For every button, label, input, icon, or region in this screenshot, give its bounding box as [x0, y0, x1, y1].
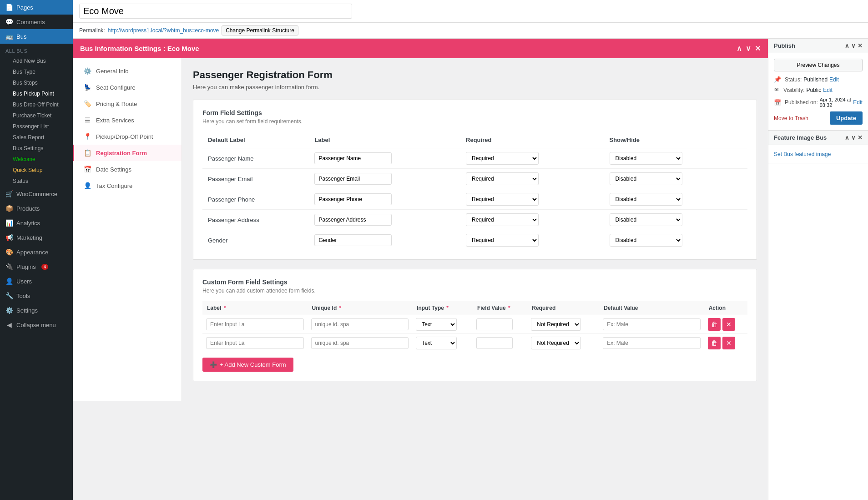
- feature-image-header: Feature Image Bus ∧ ∨ ✕: [768, 131, 868, 145]
- published-edit-link[interactable]: Edit: [853, 99, 863, 106]
- default-label-cell: Passenger Email: [202, 169, 309, 189]
- label-input-1[interactable]: [314, 173, 392, 185]
- custom-input-type-select-0[interactable]: TextNumberEmailSelectTextarea: [416, 318, 457, 331]
- custom-input-type-select-1[interactable]: TextNumberEmailSelectTextarea: [416, 337, 457, 349]
- show-hide-select-2[interactable]: DisabledEnabled: [610, 193, 682, 206]
- change-permalink-btn[interactable]: Change Permalink Structure: [222, 25, 298, 35]
- show-hide-select-0[interactable]: DisabledEnabled: [610, 152, 682, 165]
- add-new-custom-form-btn[interactable]: ➕ + Add New Custom Form: [202, 358, 293, 372]
- label-input-2[interactable]: [314, 193, 392, 205]
- sidebar-sub-quick-setup[interactable]: Quick Setup: [0, 165, 73, 176]
- label-input-4[interactable]: [314, 234, 392, 246]
- pricing-route-icon: 🏷️: [83, 100, 91, 107]
- custom-field-value-input-0[interactable]: [476, 318, 513, 330]
- comments-icon: 💬: [5, 18, 13, 25]
- required-select-4[interactable]: RequiredNot Required: [466, 234, 539, 247]
- nav-tax-configure[interactable]: 👤 Tax Configure: [73, 177, 182, 194]
- sidebar-sub-status[interactable]: Status: [0, 176, 73, 187]
- bus-section: Bus Information Settings : Eco Move ∧ ∨ …: [73, 39, 768, 500]
- col-required: Required: [460, 132, 604, 148]
- status-edit-link[interactable]: Edit: [829, 76, 839, 83]
- delete-row-btn-0[interactable]: 🗑: [708, 318, 721, 331]
- custom-required-select-1[interactable]: Not RequiredRequired: [531, 337, 581, 349]
- action-btns-0: 🗑 ✕: [708, 318, 744, 331]
- label-input-3[interactable]: [314, 214, 392, 226]
- nav-pickup-dropoff[interactable]: 📍 Pickup/Drop-Off Point: [73, 128, 182, 145]
- visibility-edit-link[interactable]: Edit: [823, 87, 833, 93]
- required-select-0[interactable]: RequiredNot Required: [466, 152, 539, 165]
- sidebar-sub-bus-type[interactable]: Bus Type: [0, 66, 73, 77]
- nav-registration-form[interactable]: 📋 Registration Form: [73, 145, 182, 161]
- nav-extra-services[interactable]: ☰ Extra Services: [73, 112, 182, 128]
- nav-pricing-route[interactable]: 🏷️ Pricing & Route: [73, 96, 182, 112]
- collapse-up-icon[interactable]: ∧: [737, 44, 742, 53]
- required-select-3[interactable]: RequiredNot Required: [466, 213, 539, 226]
- page-title-input[interactable]: [79, 4, 352, 19]
- sidebar-sub-welcome[interactable]: Welcome: [0, 154, 73, 165]
- show-hide-select-3[interactable]: DisabledEnabled: [610, 213, 682, 226]
- show-hide-select-1[interactable]: DisabledEnabled: [610, 172, 682, 185]
- appearance-icon: 🎨: [5, 248, 13, 256]
- update-btn[interactable]: Update: [830, 111, 863, 125]
- sidebar-item-appearance[interactable]: 🎨 Appearance: [0, 245, 73, 259]
- custom-col-input-type: Input Type *: [412, 301, 473, 315]
- sidebar-sub-sales-report[interactable]: Sales Report: [0, 132, 73, 143]
- custom-uid-input-1[interactable]: [311, 337, 409, 349]
- nav-date-settings[interactable]: 📅 Date Settings: [73, 161, 182, 177]
- publish-collapse-up[interactable]: ∧: [845, 42, 849, 49]
- sidebar-item-woocommerce[interactable]: 🛒 WooCommerce: [0, 187, 73, 201]
- label-input-0[interactable]: [314, 152, 392, 164]
- sidebar-sub-passenger-list[interactable]: Passenger List: [0, 121, 73, 132]
- custom-form-desc: Here you can add custom attendee form fi…: [202, 288, 747, 294]
- collapse-down-icon[interactable]: ∨: [746, 44, 751, 53]
- required-select-2[interactable]: RequiredNot Required: [466, 193, 539, 206]
- sidebar-item-products[interactable]: 📦 Products: [0, 201, 73, 216]
- sidebar-sub-purchase-ticket[interactable]: Purchase Ticket: [0, 110, 73, 121]
- sidebar-item-settings[interactable]: ⚙️ Settings: [0, 303, 73, 318]
- sidebar-sub-bus-dropoff-point[interactable]: Bus Drop-Off Point: [0, 99, 73, 110]
- move-to-trash-link[interactable]: Move to Trash: [774, 115, 808, 121]
- sidebar-item-marketing[interactable]: 📢 Marketing: [0, 230, 73, 245]
- custom-label-input-1[interactable]: [206, 337, 304, 349]
- preview-changes-btn[interactable]: Preview Changes: [774, 59, 863, 71]
- show-hide-select-cell: DisabledEnabled: [604, 230, 748, 251]
- custom-required-select-0[interactable]: Not RequiredRequired: [531, 318, 581, 331]
- feature-image-collapse-down[interactable]: ∨: [851, 134, 856, 141]
- permalink-url[interactable]: http://wordpress1.local/?wbtm_bus=eco-mo…: [108, 27, 219, 34]
- delete-row-btn-1[interactable]: 🗑: [708, 337, 721, 349]
- feature-image-close[interactable]: ✕: [858, 134, 863, 141]
- plugins-icon: 🔌: [5, 263, 13, 270]
- close-section-icon[interactable]: ✕: [755, 44, 761, 53]
- show-hide-select-4[interactable]: DisabledEnabled: [610, 234, 682, 247]
- default-label-cell: Passenger Address: [202, 210, 309, 230]
- nav-seat-configure[interactable]: 💺 Seat Configure: [73, 79, 182, 96]
- custom-field-value-input-1[interactable]: [476, 337, 513, 349]
- sidebar-sub-bus-pickup-point[interactable]: Bus Pickup Point: [0, 88, 73, 99]
- custom-label-input-0[interactable]: [206, 318, 304, 330]
- required-select-1[interactable]: RequiredNot Required: [466, 172, 539, 185]
- sidebar-item-analytics[interactable]: 📊 Analytics: [0, 216, 73, 230]
- nav-general-info[interactable]: ⚙️ General Info: [73, 63, 182, 79]
- custom-default-input-0[interactable]: [603, 318, 701, 330]
- sidebar-item-comments[interactable]: 💬 Comments: [0, 15, 73, 29]
- sidebar-item-pages[interactable]: 📄 Pages: [0, 0, 73, 15]
- collapse-menu-btn[interactable]: ◀ Collapse menu: [0, 318, 73, 332]
- sidebar-item-tools[interactable]: 🔧 Tools: [0, 288, 73, 303]
- publish-close-icon[interactable]: ✕: [858, 42, 863, 49]
- col-show-hide: Show/Hide: [604, 132, 748, 148]
- feature-image-body: Set Bus featured image: [768, 145, 868, 163]
- custom-uid-input-0[interactable]: [311, 318, 409, 330]
- sidebar-sub-bus-settings[interactable]: Bus Settings: [0, 143, 73, 154]
- publish-collapse-down[interactable]: ∨: [851, 42, 856, 49]
- expand-row-btn-0[interactable]: ✕: [722, 318, 735, 331]
- sidebar-item-plugins[interactable]: 🔌 Plugins 4: [0, 259, 73, 274]
- custom-action-cell: 🗑 ✕: [704, 315, 747, 334]
- feature-image-collapse-up[interactable]: ∧: [845, 134, 849, 141]
- custom-default-input-1[interactable]: [603, 337, 701, 349]
- sidebar-item-bus[interactable]: 🚌 Bus: [0, 29, 73, 44]
- expand-row-btn-1[interactable]: ✕: [722, 337, 735, 349]
- sidebar-sub-bus-stops[interactable]: Bus Stops: [0, 77, 73, 88]
- sidebar-sub-add-new-bus[interactable]: Add New Bus: [0, 56, 73, 66]
- sidebar-item-users[interactable]: 👤 Users: [0, 274, 73, 288]
- set-bus-featured-image-link[interactable]: Set Bus featured image: [774, 151, 831, 157]
